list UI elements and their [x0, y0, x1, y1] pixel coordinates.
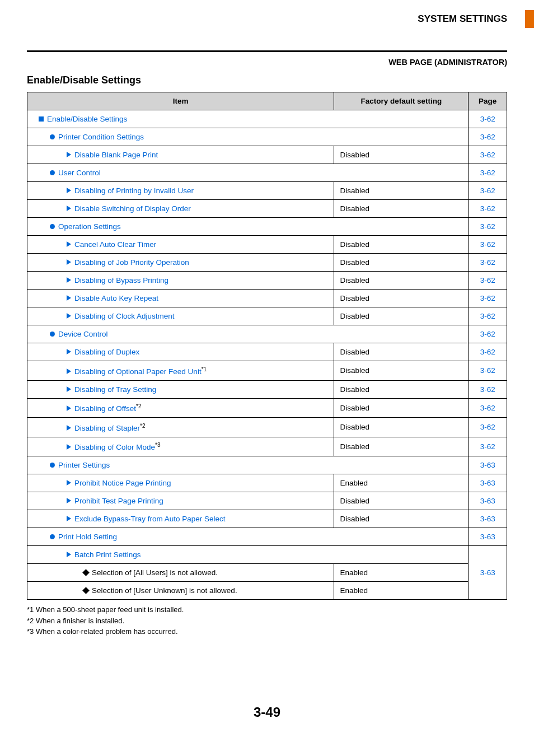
item-cell: Disabling of Duplex: [27, 343, 334, 361]
item-label[interactable]: Prohibit Notice Page Printing: [74, 479, 171, 487]
item-label[interactable]: Device Control: [58, 330, 108, 338]
table-row: Disabling of Job Priority OperationDisab…: [27, 254, 507, 272]
page-ref[interactable]: 3-62: [469, 200, 507, 218]
value-cell: Disabled: [334, 254, 469, 272]
dia-icon: [82, 569, 90, 576]
page-ref[interactable]: 3-62: [469, 307, 507, 325]
page-ref[interactable]: 3-62: [469, 218, 507, 236]
item-label[interactable]: Disable Auto Key Repeat: [74, 294, 158, 302]
item-label[interactable]: Enable/Disable Settings: [47, 115, 127, 123]
tri-icon: [67, 516, 71, 521]
item-label[interactable]: Disabling of Offset*2: [74, 404, 142, 413]
table-row: User Control3-62: [27, 164, 507, 182]
item-cell: Operation Settings: [27, 218, 469, 236]
item-label[interactable]: Cancel Auto Clear Timer: [74, 240, 156, 249]
table-row: Disable Switching of Display OrderDisabl…: [27, 200, 507, 218]
page-ref[interactable]: 3-62: [469, 418, 507, 437]
item-label[interactable]: User Control: [58, 169, 101, 177]
page-ref[interactable]: 3-62: [469, 272, 507, 290]
page-ref[interactable]: 3-63: [469, 474, 507, 492]
item-label[interactable]: Printer Condition Settings: [58, 133, 144, 141]
page-ref[interactable]: 3-63: [469, 492, 507, 510]
item-label[interactable]: Print Hold Setting: [58, 533, 117, 541]
tri-icon: [67, 313, 71, 319]
value-cell: Disabled: [334, 182, 469, 200]
footnote: *1 When a 500-sheet paper feed unit is i…: [27, 604, 507, 615]
item-label[interactable]: Disabling of Bypass Printing: [74, 276, 168, 284]
accent-bar: [525, 10, 534, 28]
item-label[interactable]: Printer Settings: [58, 461, 110, 469]
page-ref[interactable]: 3-62: [469, 236, 507, 254]
tri-icon: [67, 444, 71, 450]
page-header: SYSTEM SETTINGS: [27, 13, 507, 36]
page-ref[interactable]: 3-62: [469, 110, 507, 128]
page-ref[interactable]: 3-63: [469, 456, 507, 474]
page-ref[interactable]: 3-62: [469, 343, 507, 361]
item-label[interactable]: Disabling of Optional Paper Feed Unit*1: [74, 367, 207, 376]
section-title: Enable/Disable Settings: [27, 74, 507, 86]
item-label[interactable]: Operation Settings: [58, 222, 121, 231]
footnote: *2 When a finisher is installed.: [27, 615, 507, 627]
item-label[interactable]: Exclude Bypass-Tray from Auto Paper Sele…: [74, 515, 226, 523]
item-cell: Exclude Bypass-Tray from Auto Paper Sele…: [27, 510, 334, 528]
item-label[interactable]: Disabling of Duplex: [74, 348, 139, 356]
item-cell: Disabling of Optional Paper Feed Unit*1: [27, 361, 334, 381]
page-number: 3-49: [27, 704, 507, 720]
page-ref[interactable]: 3-62: [469, 164, 507, 182]
item-cell: Disabling of Job Priority Operation: [27, 254, 334, 272]
dot-icon: [50, 170, 55, 175]
page-ref[interactable]: 3-62: [469, 380, 507, 398]
item-label[interactable]: Disabling of Stapler*2: [74, 424, 146, 432]
item-label[interactable]: Disable Switching of Display Order: [74, 204, 191, 213]
item-label[interactable]: Disabling of Color Mode*3: [74, 443, 161, 451]
table-row: Disabling of Optional Paper Feed Unit*1D…: [27, 361, 507, 381]
item-cell: Printer Settings: [27, 456, 469, 474]
dot-icon: [50, 463, 55, 468]
item-label[interactable]: Disabling of Printing by Invalid User: [74, 186, 194, 195]
page-ref[interactable]: 3-63: [469, 510, 507, 528]
item-cell: Disabling of Bypass Printing: [27, 272, 334, 290]
page-ref[interactable]: 3-62: [469, 398, 507, 418]
table-row: Exclude Bypass-Tray from Auto Paper Sele…: [27, 510, 507, 528]
table-row: Disabling of Clock AdjustmentDisabled3-6…: [27, 307, 507, 325]
page-ref[interactable]: 3-62: [469, 128, 507, 146]
col-factory: Factory default setting: [334, 92, 469, 110]
value-cell: Disabled: [334, 492, 469, 510]
item-cell: Disabling of Color Mode*3: [27, 437, 334, 456]
item-label[interactable]: Disabling of Job Priority Operation: [74, 258, 189, 267]
tri-icon: [67, 277, 71, 283]
item-label[interactable]: Disabling of Clock Adjustment: [74, 312, 175, 320]
item-cell: Enable/Disable Settings: [27, 110, 469, 128]
page-ref[interactable]: 3-62: [469, 437, 507, 456]
page-ref[interactable]: 3-62: [469, 290, 507, 307]
page-ref[interactable]: 3-62: [469, 325, 507, 343]
value-cell: Disabled: [334, 343, 469, 361]
tri-icon: [67, 386, 71, 392]
value-cell: Enabled: [334, 564, 469, 582]
page-ref[interactable]: 3-63: [469, 528, 507, 546]
page-ref[interactable]: 3-62: [469, 146, 507, 164]
item-label: Selection of [User Unknown] is not allow…: [92, 586, 237, 595]
table-row: Enable/Disable Settings3-62: [27, 110, 507, 128]
value-cell: Disabled: [334, 418, 469, 437]
page-ref[interactable]: 3-62: [469, 254, 507, 272]
settings-table: Item Factory default setting Page Enable…: [27, 92, 507, 600]
value-cell: Disabled: [334, 510, 469, 528]
page-ref[interactable]: 3-62: [469, 182, 507, 200]
item-label[interactable]: Disable Blank Page Print: [74, 151, 158, 159]
dot-icon: [50, 534, 55, 539]
table-header-row: Item Factory default setting Page: [27, 92, 507, 110]
dot-icon: [50, 224, 55, 229]
table-row: Printer Condition Settings3-62: [27, 128, 507, 146]
footnote: *3 When a color-related problem has occu…: [27, 626, 507, 637]
item-label: Selection of [All Users] is not allowed.: [92, 568, 218, 577]
tri-icon: [67, 241, 71, 247]
tri-icon: [67, 188, 71, 193]
item-label[interactable]: Disabling of Tray Setting: [74, 385, 156, 394]
page-ref[interactable]: 3-63: [469, 546, 507, 600]
item-label[interactable]: Batch Print Settings: [74, 550, 141, 559]
value-cell: Enabled: [334, 582, 469, 600]
item-label[interactable]: Prohibit Test Page Printing: [74, 497, 163, 505]
table-row: Batch Print Settings3-63: [27, 546, 507, 564]
page-ref[interactable]: 3-62: [469, 361, 507, 381]
